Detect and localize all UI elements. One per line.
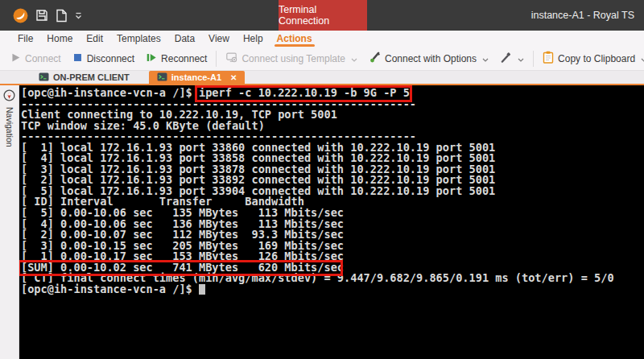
new-document-icon[interactable]	[56, 9, 68, 23]
ribbon-menu-bar: File Home Edit Templates Data View Help …	[0, 31, 644, 47]
connect-with-options-button[interactable]: Connect with Options	[363, 48, 494, 69]
window-title: instance-A1 - Royal TS	[531, 0, 634, 31]
chevron-down-icon	[641, 53, 644, 64]
toolbar-separator	[216, 51, 217, 67]
navigation-panel-label: Navigation	[5, 107, 14, 147]
menu-edit[interactable]: Edit	[86, 31, 103, 47]
chevron-down-icon	[518, 53, 524, 64]
template-monitor-icon	[225, 52, 237, 65]
disconnect-button[interactable]: Disconnect	[67, 48, 140, 69]
save-icon[interactable]	[35, 9, 48, 22]
copy-to-clipboard-button[interactable]: Copy to Clipboard	[537, 48, 644, 69]
navigation-sidebar[interactable]: Navigation	[0, 85, 19, 359]
reconnect-play-icon	[146, 52, 157, 65]
terminal-icon	[39, 72, 49, 83]
terminal-viewport[interactable]: [opc@ih-instance-vcn-a /]$ iperf -c 10.2…	[19, 85, 644, 359]
connect-using-template-button[interactable]: Connect using Template	[220, 48, 363, 69]
menu-home[interactable]: Home	[47, 31, 72, 47]
tab-instance-a1[interactable]: instance-A1 ✕	[149, 71, 246, 84]
royal-ts-logo-icon	[13, 8, 28, 23]
main-content: Navigation [opc@ih-instance-vcn-a /]$ ip…	[0, 85, 644, 359]
toolbar-separator	[533, 51, 534, 67]
screwdriver-icon	[500, 52, 512, 66]
terminal-cursor	[199, 284, 205, 295]
clipboard-icon	[543, 51, 554, 66]
connection-type-tab[interactable]: Terminal Connection	[279, 0, 367, 31]
reconnect-button[interactable]: Reconnect	[140, 48, 213, 69]
adhoc-connection-button[interactable]	[494, 48, 530, 69]
connect-options-tool-icon	[369, 52, 381, 66]
disconnect-stop-icon	[72, 52, 83, 65]
connect-button[interactable]: Connect	[5, 48, 67, 69]
connection-tab-bar: ON-PREM CLIENT instance-A1 ✕	[0, 71, 644, 85]
title-bar: Terminal Connection instance-A1 - Royal …	[0, 0, 644, 31]
close-tab-icon[interactable]: ✕	[230, 73, 237, 82]
chevron-down-icon	[351, 53, 357, 64]
menu-actions[interactable]: Actions	[277, 31, 312, 47]
tab-on-prem-client[interactable]: ON-PREM CLIENT	[31, 71, 138, 84]
actions-toolbar: Connect Disconnect Reconnect Connect usi…	[0, 47, 644, 71]
customize-toolbar-chevron-icon[interactable]	[75, 12, 82, 19]
menu-templates[interactable]: Templates	[117, 31, 161, 47]
menu-help[interactable]: Help	[243, 31, 263, 47]
quick-access-toolbar	[0, 8, 82, 23]
terminal-icon	[157, 72, 167, 83]
terminal-output: [opc@ih-instance-vcn-a /]$ iperf -c 10.2…	[19, 85, 644, 295]
connect-play-icon	[10, 52, 21, 65]
menu-view[interactable]: View	[208, 31, 229, 47]
chevron-down-icon	[482, 53, 489, 64]
menu-file[interactable]: File	[18, 31, 33, 47]
menu-data[interactable]: Data	[175, 31, 195, 47]
compass-icon	[3, 89, 15, 105]
terminal-line: [opc@ih-instance-vcn-a /]$	[21, 284, 644, 295]
